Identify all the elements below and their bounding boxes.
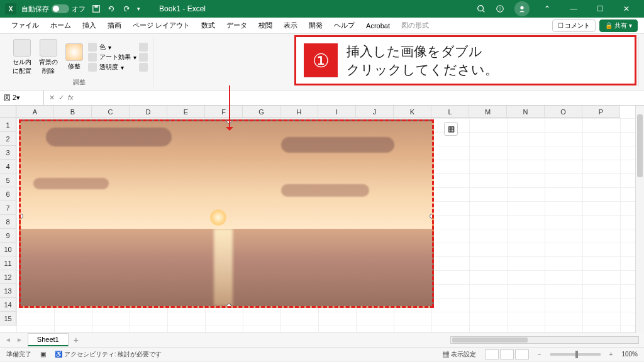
autosave-label: 自動保存 <box>21 4 49 14</box>
col-header[interactable]: B <box>54 106 92 118</box>
place-in-cell-button[interactable]: セル内 に配置 <box>10 38 34 77</box>
page-layout-view-button[interactable] <box>500 349 514 359</box>
row-header[interactable]: 1 <box>0 118 16 132</box>
reset-picture-button[interactable] <box>139 63 148 72</box>
tab-home[interactable]: ホーム <box>45 18 76 33</box>
row-header[interactable]: 12 <box>0 270 16 284</box>
maximize-button[interactable]: ☐ <box>587 0 613 18</box>
autosave-toggle[interactable]: 自動保存 オフ <box>21 4 86 14</box>
zoom-in-button[interactable]: + <box>609 351 613 358</box>
page-break-view-button[interactable] <box>515 349 529 359</box>
vertical-scrollbar[interactable] <box>635 106 644 333</box>
tab-file[interactable]: ファイル <box>6 18 44 33</box>
row-header[interactable]: 7 <box>0 201 16 215</box>
col-header[interactable]: A <box>16 106 54 118</box>
instruction-callout: ① 挿入した画像をダブルクリックしてください。 <box>294 35 636 85</box>
accessibility-status[interactable]: ♿ アクセシビリティ: 検討が必要です <box>55 350 162 359</box>
fx-icon[interactable]: fx <box>68 94 74 102</box>
row-header[interactable]: 13 <box>0 284 16 298</box>
spreadsheet-grid: 1 2 3 4 5 6 7 8 9 10 11 12 13 14 15 A B … <box>0 106 644 332</box>
redo-icon[interactable] <box>122 4 131 13</box>
tab-developer[interactable]: 開発 <box>304 18 328 33</box>
macro-record-icon[interactable]: ▣ <box>40 351 46 358</box>
inserted-image[interactable] <box>19 119 434 308</box>
zoom-level[interactable]: 100% <box>621 351 638 358</box>
tab-insert[interactable]: 挿入 <box>77 18 101 33</box>
row-header[interactable]: 10 <box>0 243 16 256</box>
ribbon-tabs: ファイル ホーム 挿入 描画 ページ レイアウト 数式 データ 校閲 表示 開発… <box>0 18 644 34</box>
cells-area[interactable]: ▦ <box>16 118 644 332</box>
tab-review[interactable]: 校閲 <box>253 18 277 33</box>
col-header[interactable]: F <box>205 106 243 118</box>
row-header[interactable]: 6 <box>0 187 16 201</box>
color-button[interactable]: 色 ▾ <box>88 43 136 52</box>
sheet-nav-prev[interactable]: ◄ <box>5 336 11 343</box>
col-header[interactable]: H <box>280 106 318 118</box>
col-header[interactable]: M <box>469 106 507 118</box>
ribbon-collapse-button[interactable]: ⌃ <box>535 0 560 18</box>
row-header[interactable]: 11 <box>0 256 16 270</box>
callout-arrow <box>229 85 230 129</box>
tab-picture-format[interactable]: 図の形式 <box>396 18 434 33</box>
col-header[interactable]: N <box>507 106 545 118</box>
qat-dropdown-icon[interactable]: ▾ <box>137 6 140 12</box>
share-button[interactable]: 🔒 共有 ▾ <box>599 19 638 32</box>
search-icon[interactable] <box>477 4 486 13</box>
save-icon[interactable] <box>92 4 101 13</box>
tab-help[interactable]: ヘルプ <box>329 18 360 33</box>
tab-formulas[interactable]: 数式 <box>196 18 220 33</box>
col-header[interactable]: J <box>356 106 394 118</box>
display-settings[interactable]: ▦ 表示設定 <box>443 350 476 359</box>
select-all-corner[interactable] <box>0 106 16 118</box>
compress-button[interactable] <box>139 43 148 52</box>
close-button[interactable]: ✕ <box>614 0 639 18</box>
minimize-button[interactable]: — <box>561 0 586 18</box>
col-header[interactable]: L <box>431 106 469 118</box>
resize-handle[interactable] <box>430 214 434 219</box>
help-icon[interactable]: ? <box>496 4 504 13</box>
normal-view-button[interactable] <box>485 349 499 359</box>
col-header[interactable]: E <box>167 106 205 118</box>
undo-icon[interactable] <box>107 4 116 13</box>
tab-data[interactable]: データ <box>221 18 252 33</box>
transparency-button[interactable]: 透明度 ▾ <box>88 63 136 72</box>
resize-handle[interactable] <box>226 304 231 308</box>
zoom-out-button[interactable]: − <box>538 351 541 358</box>
toggle-pill[interactable] <box>52 4 69 13</box>
row-header[interactable]: 15 <box>0 312 16 326</box>
col-header[interactable]: I <box>318 106 356 118</box>
name-box[interactable]: 図 2 ▾ <box>0 90 44 105</box>
row-header[interactable]: 8 <box>0 215 16 229</box>
zoom-slider[interactable] <box>550 353 601 356</box>
artistic-effects-button[interactable]: アート効果 ▾ <box>88 53 136 62</box>
add-sheet-button[interactable]: + <box>74 335 79 345</box>
col-header[interactable]: D <box>130 106 167 118</box>
row-header[interactable]: 9 <box>0 229 16 243</box>
col-header[interactable]: K <box>394 106 431 118</box>
col-header[interactable]: G <box>243 106 280 118</box>
svg-point-2 <box>478 6 484 11</box>
row-header[interactable]: 2 <box>0 132 16 146</box>
row-header[interactable]: 3 <box>0 146 16 160</box>
user-avatar[interactable] <box>514 1 530 16</box>
comments-button[interactable]: ☐ コメント <box>552 19 596 32</box>
layout-options-button[interactable]: ▦ <box>444 122 458 136</box>
col-header[interactable]: P <box>582 106 620 118</box>
remove-background-button[interactable]: 背景の 削除 <box>36 38 60 77</box>
sheet-nav-next[interactable]: ► <box>16 336 23 343</box>
tab-view[interactable]: 表示 <box>279 18 303 33</box>
tab-page-layout[interactable]: ページ レイアウト <box>128 18 195 33</box>
tab-draw[interactable]: 描画 <box>103 18 126 33</box>
col-header[interactable]: O <box>545 106 582 118</box>
corrections-button[interactable]: 修整 <box>63 42 86 72</box>
row-header[interactable]: 14 <box>0 298 16 312</box>
confirm-icon[interactable]: ✓ <box>58 94 64 102</box>
tab-acrobat[interactable]: Acrobat <box>361 19 395 32</box>
sheet-tab-1[interactable]: Sheet1 <box>28 333 69 346</box>
row-header[interactable]: 5 <box>0 173 16 187</box>
change-picture-button[interactable] <box>139 53 148 62</box>
cancel-icon[interactable]: ✕ <box>49 94 55 102</box>
row-header[interactable]: 4 <box>0 160 16 173</box>
col-header[interactable]: C <box>92 106 130 118</box>
horizontal-scrollbar[interactable] <box>450 336 639 344</box>
